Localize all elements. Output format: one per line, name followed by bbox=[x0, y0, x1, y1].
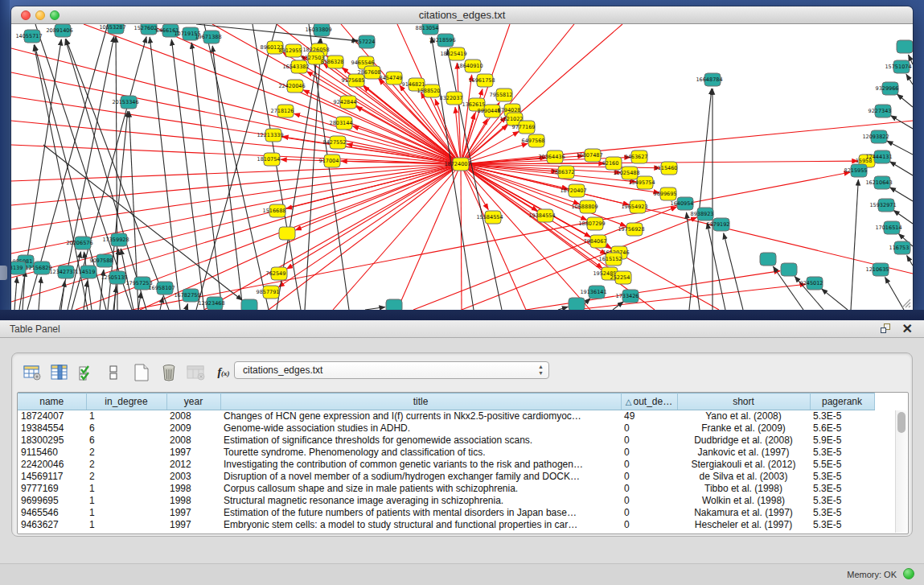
graph-node[interactable]: 8215955 bbox=[844, 164, 868, 177]
graph-node[interactable]: 114519 bbox=[76, 266, 97, 278]
graph-node[interactable]: 19654923 bbox=[621, 200, 647, 213]
graph-edge[interactable] bbox=[897, 94, 914, 107]
graph-node[interactable]: 1810754 bbox=[257, 153, 281, 166]
graph-edge[interactable] bbox=[461, 164, 462, 310]
close-panel-icon[interactable]: ✕ bbox=[902, 321, 913, 336]
table-row[interactable]: 1872400712008Changes of HCN gene express… bbox=[18, 410, 874, 422]
graph-edge[interactable] bbox=[204, 164, 461, 310]
graph-node[interactable]: 9857791 bbox=[257, 286, 280, 299]
graph-node[interactable]: 20364436 bbox=[538, 150, 565, 163]
graph-edge[interactable] bbox=[906, 74, 913, 84]
unselect-all-columns-icon[interactable] bbox=[102, 360, 126, 385]
graph-edge[interactable] bbox=[707, 223, 725, 310]
graph-node[interactable]: 62160 bbox=[602, 157, 622, 170]
float-panel-icon[interactable] bbox=[881, 323, 892, 335]
graph-edge[interactable] bbox=[138, 292, 141, 310]
table-vertical-scrollbar[interactable] bbox=[895, 410, 907, 533]
table-row[interactable]: 2242004622012Investigating the contribut… bbox=[18, 459, 874, 471]
delete-column-icon[interactable] bbox=[157, 360, 181, 385]
graph-node[interactable]: 10807487 bbox=[576, 149, 602, 162]
graph-node[interactable] bbox=[279, 227, 295, 240]
graph-node[interactable]: 10553287 bbox=[99, 24, 125, 34]
graph-edge[interactable] bbox=[887, 141, 913, 154]
graph-node[interactable]: 9463627 bbox=[625, 150, 648, 163]
graph-edge[interactable] bbox=[160, 297, 163, 310]
column-header-pagerank[interactable]: pagerank bbox=[810, 393, 874, 410]
graph-edge[interactable] bbox=[822, 289, 848, 310]
graph-edge[interactable] bbox=[461, 24, 574, 164]
graph-node[interactable]: 7984067 bbox=[584, 235, 607, 248]
graph-edge[interactable] bbox=[461, 164, 538, 211]
column-header-title[interactable]: title bbox=[220, 393, 621, 410]
graph-node[interactable]: 8813054 bbox=[416, 24, 439, 35]
graph-edge[interactable] bbox=[61, 281, 65, 310]
graph-edge[interactable] bbox=[724, 233, 743, 310]
graph-node[interactable] bbox=[781, 263, 797, 276]
graph-edge[interactable] bbox=[305, 39, 321, 310]
column-header-short[interactable]: short bbox=[677, 393, 810, 410]
graph-node[interactable] bbox=[241, 299, 257, 310]
scrollbar-thumb[interactable] bbox=[897, 412, 906, 433]
graph-node[interactable]: 12213339 bbox=[257, 129, 283, 142]
graph-node[interactable]: 20891406 bbox=[46, 24, 72, 37]
graph-edge[interactable] bbox=[140, 164, 461, 310]
graph-node[interactable] bbox=[386, 299, 402, 310]
graph-edge[interactable] bbox=[11, 145, 461, 164]
graph-node[interactable]: 16543382 bbox=[282, 60, 309, 73]
select-all-columns-icon[interactable] bbox=[75, 360, 99, 385]
graph-node[interactable] bbox=[569, 298, 585, 310]
table-row[interactable]: 969969511998Structural magnetic resonanc… bbox=[18, 495, 874, 507]
graph-node[interactable]: 6497568 bbox=[522, 134, 545, 147]
citation-network-graph[interactable]: 1872400789601238912955182260589327503818… bbox=[11, 24, 913, 310]
graph-edge[interactable] bbox=[186, 303, 188, 310]
graph-node[interactable] bbox=[760, 253, 776, 266]
table-row[interactable]: 911546021997Tourette syndrome. Phenomeno… bbox=[18, 447, 874, 459]
graph-node[interactable]: 19384554 bbox=[528, 209, 555, 222]
graph-edge[interactable] bbox=[558, 307, 568, 310]
graph-node[interactable]: 20206576 bbox=[66, 237, 92, 249]
graph-node[interactable]: 116753 bbox=[889, 241, 910, 254]
graph-node[interactable]: 7955812 bbox=[490, 89, 513, 101]
graph-node[interactable]: 12923468 bbox=[198, 297, 224, 310]
graph-node[interactable] bbox=[897, 40, 913, 53]
graph-node[interactable]: 15751074 bbox=[885, 60, 911, 73]
resize-grip-icon[interactable] bbox=[902, 299, 910, 307]
graph-node[interactable]: 1733426 bbox=[616, 290, 639, 303]
graph-node[interactable]: 7886372 bbox=[552, 166, 575, 179]
table-row[interactable]: 1456911722003Disruption of a novel membe… bbox=[18, 471, 874, 483]
graph-node[interactable]: 16648784 bbox=[696, 73, 722, 86]
graph-node[interactable]: 9245012 bbox=[800, 277, 823, 290]
graph-edge[interactable] bbox=[447, 49, 502, 310]
graph-node[interactable]: 9329966 bbox=[876, 82, 899, 95]
function-builder-icon[interactable]: f(x) bbox=[211, 360, 236, 385]
graph-node[interactable]: 917004 bbox=[319, 154, 340, 167]
graph-node[interactable]: 15584554 bbox=[476, 211, 503, 224]
graph-edge[interactable] bbox=[294, 113, 461, 164]
graph-node[interactable]: 18720407 bbox=[560, 184, 586, 197]
graph-edge[interactable] bbox=[132, 172, 850, 310]
graph-node[interactable]: 9242844 bbox=[334, 96, 357, 109]
graph-edge[interactable] bbox=[851, 179, 858, 310]
graph-edge[interactable] bbox=[204, 24, 269, 310]
memory-ok-indicator-icon[interactable] bbox=[903, 568, 914, 579]
hidden-panel-handle[interactable] bbox=[0, 266, 7, 280]
graph-node[interactable]: 7857224 bbox=[352, 35, 376, 48]
graph-node[interactable]: 1516688 bbox=[263, 204, 286, 217]
graph-node[interactable]: 1527602 bbox=[134, 24, 158, 35]
column-header-out_de[interactable]: △out_de… bbox=[621, 393, 677, 410]
graph-edge[interactable] bbox=[23, 270, 25, 310]
graph-node[interactable]: 16210643 bbox=[865, 176, 892, 189]
column-header-year[interactable]: year bbox=[166, 393, 220, 410]
graph-node[interactable]: 22420046 bbox=[278, 80, 305, 93]
table-row[interactable]: 946362711997Embryonic stem cells: a mode… bbox=[18, 519, 874, 531]
graph-node[interactable]: 17016514 bbox=[875, 221, 901, 234]
network-canvas[interactable]: 1872400789601238912955182260589327503818… bbox=[11, 24, 913, 310]
graph-node[interactable]: 1210635 bbox=[866, 263, 889, 276]
show-column-icon[interactable] bbox=[47, 360, 72, 385]
graph-node[interactable]: 16033809 bbox=[305, 24, 331, 36]
graph-edge[interactable] bbox=[889, 162, 913, 175]
graph-node[interactable]: 14055717 bbox=[15, 30, 42, 43]
table-row[interactable]: 1938455462009Genome-wide association stu… bbox=[18, 422, 874, 435]
column-header-in_degree[interactable]: in_degree bbox=[86, 393, 166, 410]
graph-node[interactable]: 18807299 bbox=[578, 217, 605, 230]
